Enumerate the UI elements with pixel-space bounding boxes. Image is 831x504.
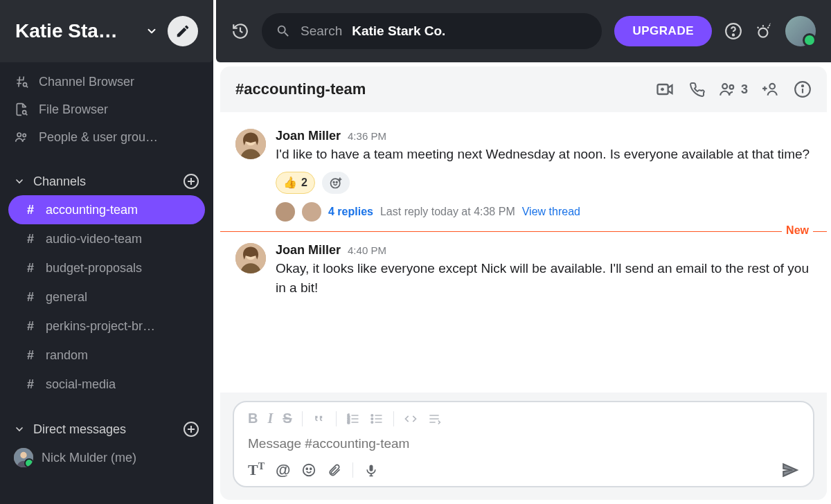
nav-people[interactable]: People & user grou… — [0, 123, 213, 151]
audio-call-button[interactable] — [688, 81, 705, 98]
channel-pane: #accounting-team 3 Joan Miller 4:36 PM I… — [220, 66, 827, 500]
message-text: Okay, it looks like everyone except Nick… — [276, 259, 812, 298]
ordered-list-button[interactable]: 123 — [346, 412, 360, 426]
section-title: Direct messages — [33, 422, 175, 437]
hash-icon: # — [25, 377, 36, 392]
video-call-button[interactable] — [655, 80, 674, 99]
svg-point-20 — [333, 181, 334, 183]
svg-point-10 — [758, 28, 767, 37]
svg-point-29 — [371, 421, 373, 423]
reactions: 👍 2 — [276, 172, 812, 194]
emoji-button[interactable] — [301, 462, 316, 478]
svg-point-28 — [371, 417, 373, 420]
reaction-thumbs-up[interactable]: 👍 2 — [276, 172, 315, 194]
italic-button[interactable]: I — [267, 411, 273, 426]
channel-item-random[interactable]: # random — [8, 341, 205, 370]
whats-new-icon[interactable] — [755, 22, 773, 40]
svg-point-31 — [307, 468, 308, 469]
add-people-button[interactable] — [762, 80, 780, 98]
message-composer: B I S 123 TT @ — [233, 401, 814, 487]
avatar[interactable] — [235, 243, 266, 273]
message-input[interactable] — [244, 432, 803, 456]
message-list[interactable]: Joan Miller 4:36 PM I'd like to have a t… — [220, 112, 827, 393]
channel-item-audio-video-team[interactable]: # audio-video-team — [8, 224, 205, 253]
chevron-down-icon — [14, 424, 25, 435]
dm-label: Nick Mulder (me) — [42, 451, 136, 465]
members-button[interactable]: 3 — [719, 80, 748, 98]
channel-item-social-media[interactable]: # social-media — [8, 370, 205, 399]
channel-name: perkins-project-br… — [46, 319, 155, 334]
svg-point-7 — [20, 452, 26, 458]
add-reaction-button[interactable] — [322, 172, 350, 194]
channel-name: social-media — [46, 377, 116, 392]
message-time: 4:40 PM — [348, 244, 386, 256]
help-icon[interactable] — [724, 22, 742, 40]
add-dm-button[interactable] — [183, 421, 199, 438]
hash-icon: # — [25, 319, 36, 334]
workspace-name: Katie Sta… — [15, 20, 136, 42]
svg-point-1 — [23, 111, 26, 114]
channel-name: random — [46, 348, 88, 363]
compose-button[interactable] — [168, 16, 198, 46]
nav-file-browser[interactable]: File Browser — [0, 96, 213, 123]
format-toggle-button[interactable]: TT — [248, 461, 265, 479]
svg-point-27 — [371, 414, 373, 416]
thread-summary[interactable]: 4 replies Last reply today at 4:38 PM Vi… — [276, 202, 812, 222]
upgrade-button[interactable]: UPGRADE — [614, 16, 712, 46]
message: Joan Miller 4:36 PM I'd like to have a t… — [220, 123, 827, 227]
message: Joan Miller 4:40 PM Okay, it looks like … — [220, 237, 827, 304]
bold-button[interactable]: B — [248, 411, 258, 426]
history-icon[interactable] — [231, 22, 249, 40]
quote-button[interactable] — [312, 412, 326, 426]
dm-item-self[interactable]: Nick Mulder (me) — [0, 443, 213, 472]
message-author[interactable]: Joan Miller — [276, 243, 341, 258]
sidebar-scroll[interactable]: Channel Browser File Browser People & us… — [0, 62, 213, 504]
microphone-button[interactable] — [364, 462, 378, 478]
workspace-header[interactable]: Katie Sta… — [0, 0, 213, 62]
strike-button[interactable]: S — [283, 411, 292, 426]
nav-label: Channel Browser — [39, 75, 134, 89]
dm-section-header[interactable]: Direct messages — [0, 415, 213, 443]
reaction-count: 2 — [301, 177, 307, 189]
chevron-down-icon — [14, 176, 25, 187]
channel-title[interactable]: #accounting-team — [235, 80, 641, 98]
channel-item-perkins-project[interactable]: # perkins-project-br… — [8, 312, 205, 341]
send-button[interactable] — [781, 461, 799, 479]
nav-channel-browser[interactable]: Channel Browser — [0, 68, 213, 96]
channel-name: budget-proposals — [46, 261, 142, 276]
svg-point-2 — [17, 133, 21, 136]
message-text: I'd like to have a team meeting next Wed… — [276, 145, 812, 165]
svg-point-32 — [310, 468, 312, 469]
avatar — [276, 202, 295, 222]
attach-button[interactable] — [328, 462, 341, 478]
channel-item-budget-proposals[interactable]: # budget-proposals — [8, 253, 205, 282]
code-button[interactable] — [404, 412, 418, 426]
svg-point-19 — [330, 179, 339, 188]
svg-point-0 — [24, 83, 27, 87]
channel-item-general[interactable]: # general — [8, 282, 205, 312]
view-thread-link[interactable]: View thread — [522, 206, 580, 218]
divider — [336, 411, 337, 426]
svg-point-9 — [733, 34, 734, 35]
channel-item-accounting-team[interactable]: # accounting-team — [8, 195, 205, 224]
bullet-list-button[interactable] — [370, 412, 384, 426]
avatar[interactable] — [235, 129, 266, 159]
search-bar[interactable]: Search Katie Stark Co. — [262, 13, 602, 49]
channel-info-button[interactable] — [794, 80, 812, 98]
hash-icon: # — [25, 232, 36, 246]
composer-actions: TT @ — [244, 456, 803, 480]
chevron-down-icon[interactable] — [145, 25, 158, 37]
svg-point-14 — [769, 84, 775, 89]
user-avatar[interactable] — [785, 16, 816, 46]
mention-button[interactable]: @ — [276, 461, 290, 479]
channel-name: general — [46, 290, 87, 305]
channels-section-header[interactable]: Channels — [0, 168, 213, 195]
nav-label: People & user grou… — [39, 130, 158, 145]
thread-replies[interactable]: 4 replies — [328, 206, 373, 218]
message-author[interactable]: Joan Miller — [276, 129, 341, 143]
add-channel-button[interactable] — [183, 173, 199, 190]
member-count: 3 — [741, 82, 748, 97]
channel-name: accounting-team — [46, 203, 138, 217]
code-block-button[interactable] — [427, 412, 441, 426]
divider — [302, 411, 303, 426]
